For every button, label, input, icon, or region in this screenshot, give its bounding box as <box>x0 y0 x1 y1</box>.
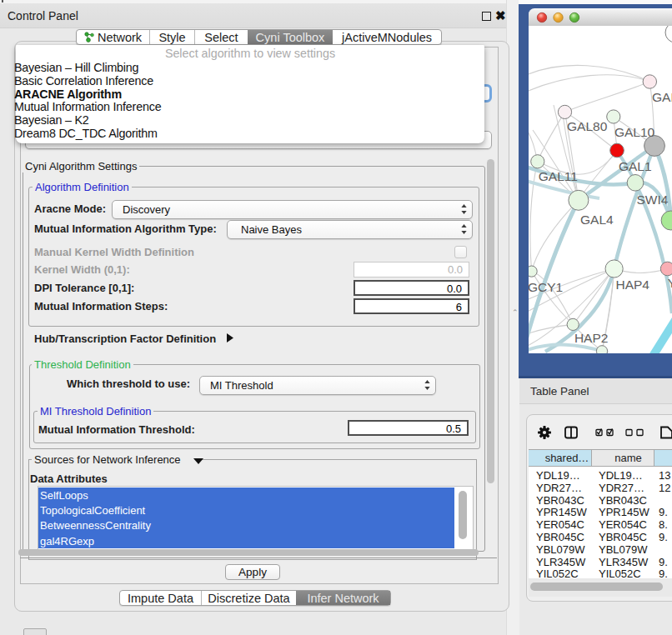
svg-text:GAL80: GAL80 <box>567 119 608 133</box>
svg-text:GCY1: GCY1 <box>529 280 563 294</box>
svg-text:GAL7: GAL7 <box>652 90 672 104</box>
svg-text:GAL10: GAL10 <box>614 125 655 139</box>
svg-text:GAL4: GAL4 <box>580 212 614 227</box>
svg-text:HAP4: HAP4 <box>616 278 650 292</box>
svg-text:SWI4: SWI4 <box>637 192 669 207</box>
svg-text:GAL11: GAL11 <box>539 169 578 183</box>
svg-text:GAL1: GAL1 <box>619 159 652 173</box>
svg-text:HAP2: HAP2 <box>574 331 609 345</box>
svg-text:Y: Y <box>668 276 672 290</box>
